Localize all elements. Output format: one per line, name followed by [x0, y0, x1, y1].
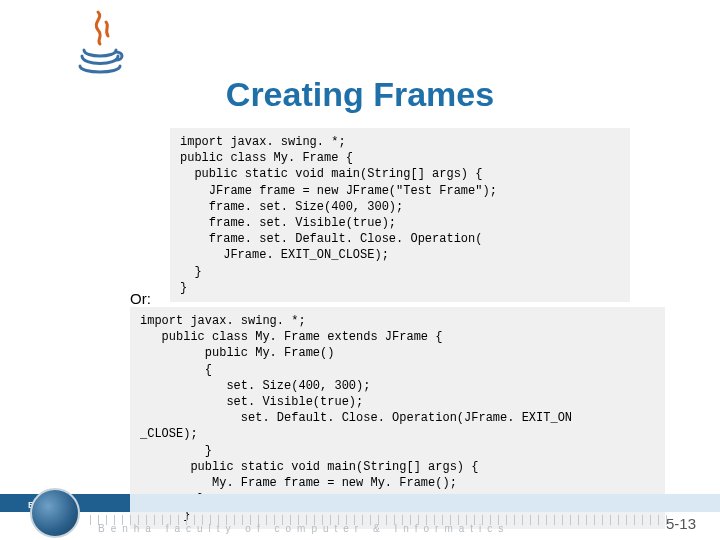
slide-title: Creating Frames — [0, 75, 720, 114]
or-label: Or: — [130, 290, 151, 307]
footer-badge-icon — [30, 488, 80, 538]
footer: B F C I Benha faculty of computer & Info… — [0, 496, 720, 540]
footer-band — [0, 494, 720, 512]
page-number: 5-13 — [666, 515, 696, 532]
slide: Creating Frames import javax. swing. *; … — [0, 0, 720, 540]
code-block-1: import javax. swing. *; public class My.… — [170, 128, 630, 302]
footer-org: Benha faculty of computer & Informatics — [98, 523, 509, 534]
java-logo-icon — [70, 8, 130, 78]
